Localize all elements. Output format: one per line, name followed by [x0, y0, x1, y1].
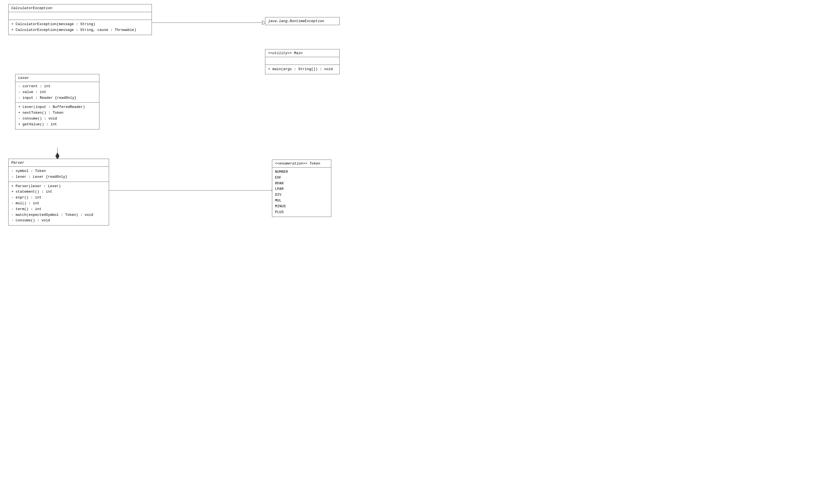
main-name: <<utility>> Main	[265, 50, 339, 57]
parser-box: Parser - symbol : Token - lexer : Lexer …	[8, 159, 109, 226]
lexer-attrs: - current : int - value : int - input : …	[16, 82, 99, 103]
lexer-methods: + Lexer(input : BufferedReader) + nextTo…	[16, 103, 99, 129]
token-attrs: NUMBER EOF RPAR LPAR DIV MUL MINUS PLUS	[272, 168, 331, 217]
lexer-name: Lexer	[16, 74, 99, 82]
token-name: <<enumeration>> Token	[272, 160, 331, 168]
runtime-exception-box: java.lang.RuntimeException	[265, 17, 340, 25]
runtime-exception-name: java.lang.RuntimeException	[265, 17, 339, 25]
main-methods: + main(args : String[]) : void	[265, 65, 339, 74]
lexer-box: Lexer - current : int - value : int - in…	[15, 74, 99, 130]
calculator-exception-attrs	[8, 12, 152, 20]
parser-attrs: - symbol : Token - lexer : Lexer {readOn…	[8, 167, 109, 182]
connectors-svg: RuntimeException: inheritance arrow --> …	[0, 0, 836, 504]
calculator-exception-box: CalculatorException + CalculatorExceptio…	[8, 4, 152, 35]
parser-methods: + Parser(lexer : Lexer) + statement() : …	[8, 182, 109, 226]
calculator-exception-methods: + CalculatorException(message : String) …	[8, 20, 152, 35]
parser-name: Parser	[8, 159, 109, 167]
main-box: <<utility>> Main + main(args : String[])…	[265, 49, 340, 74]
token-box: <<enumeration>> Token NUMBER EOF RPAR LP…	[272, 159, 331, 217]
calculator-exception-name: CalculatorException	[8, 4, 152, 12]
main-attrs	[265, 57, 339, 65]
